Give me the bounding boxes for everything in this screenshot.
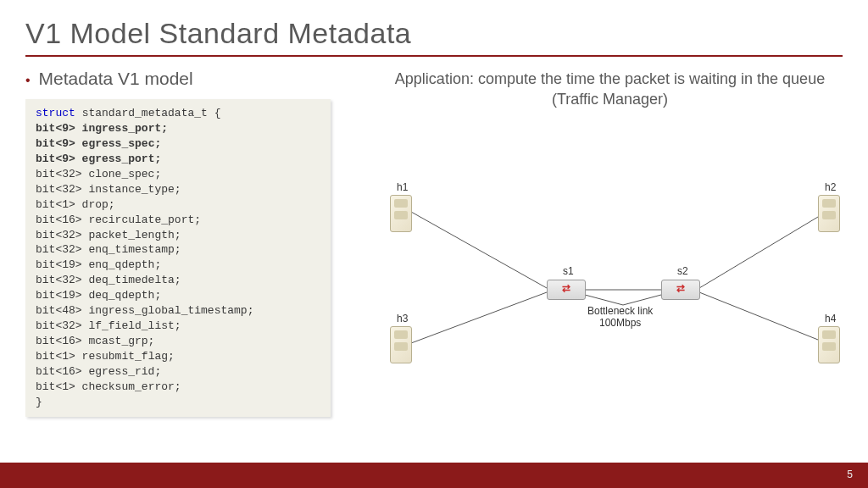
host-h3: h3: [390, 326, 412, 363]
svg-line-4: [699, 292, 826, 343]
svg-line-3: [699, 212, 826, 288]
diagram-links: [377, 178, 843, 373]
svg-line-1: [411, 292, 547, 343]
server-icon: [390, 195, 412, 232]
code-line: bit<32> clone_spec;: [36, 167, 320, 182]
host-h2: h2: [818, 195, 840, 232]
server-icon: [390, 326, 412, 363]
switch-label: s1: [563, 265, 574, 277]
code-line: bit<1> resubmit_flag;: [36, 349, 320, 364]
code-line: bit<9> ingress_port;: [36, 121, 320, 136]
svg-line-5: [585, 295, 623, 305]
footer-bar: 5: [0, 463, 868, 488]
svg-line-0: [411, 212, 547, 288]
code-line: bit<1> checksum_error;: [36, 380, 320, 395]
switch-s2: s2: [661, 280, 700, 300]
code-line: bit<9> egress_spec;: [36, 136, 320, 152]
network-diagram: h1 h3 h2 h4 s1 s2: [377, 178, 843, 373]
host-label: h2: [825, 181, 836, 193]
code-close: }: [36, 395, 320, 410]
left-column: • Metadata V1 model struct standard_meta…: [25, 69, 360, 417]
code-line: bit<32> deq_timedelta;: [36, 273, 320, 288]
application-text: Application: compute the time the packet…: [377, 69, 843, 110]
code-line: struct standard_metadata_t {: [36, 106, 320, 121]
page-number: 5: [847, 469, 853, 480]
content-row: • Metadata V1 model struct standard_meta…: [25, 69, 843, 417]
bullet-text: Metadata V1 model: [39, 69, 193, 89]
slide-content: V1 Model Standard Metadata • Metadata V1…: [0, 0, 868, 463]
host-h4: h4: [818, 326, 840, 363]
bullet-item: • Metadata V1 model: [25, 69, 360, 89]
code-keyword: struct: [36, 107, 75, 119]
bottleneck-label: Bottleneck link 100Mbps: [587, 305, 653, 330]
server-icon: [818, 195, 840, 232]
host-h1: h1: [390, 195, 412, 232]
code-line: bit<48> ingress_global_timestamp;: [36, 303, 320, 319]
code-line: bit<16> mcast_grp;: [36, 334, 320, 349]
host-label: h4: [825, 313, 836, 324]
bottleneck-line2: 100Mbps: [599, 317, 641, 329]
code-line: bit<16> recirculate_port;: [36, 213, 320, 228]
right-column: Application: compute the time the packet…: [377, 69, 843, 417]
code-line: bit<32> enq_timestamp;: [36, 242, 320, 258]
code-line: bit<32> instance_type;: [36, 182, 320, 197]
bottleneck-line1: Bottleneck link: [587, 305, 653, 317]
bullet-dot-icon: •: [25, 74, 31, 87]
code-line: bit<32> packet_length;: [36, 228, 320, 243]
code-line: bit<9> egress_port;: [36, 152, 320, 167]
slide-title: V1 Model Standard Metadata: [25, 17, 843, 57]
server-icon: [818, 326, 840, 363]
switch-s1: s1: [547, 280, 586, 300]
code-block: struct standard_metadata_t { bit<9> ingr…: [25, 99, 331, 417]
code-line: bit<16> egress_rid;: [36, 364, 320, 380]
code-struct-name: standard_metadata_t {: [82, 107, 221, 119]
host-label: h3: [397, 313, 408, 324]
svg-line-6: [623, 295, 661, 305]
code-line: bit<19> enq_qdepth;: [36, 258, 320, 273]
code-line: bit<1> drop;: [36, 197, 320, 213]
host-label: h1: [397, 181, 408, 193]
switch-label: s2: [677, 265, 688, 277]
code-line: bit<19> deq_qdepth;: [36, 288, 320, 303]
code-line: bit<32> lf_field_list;: [36, 319, 320, 334]
